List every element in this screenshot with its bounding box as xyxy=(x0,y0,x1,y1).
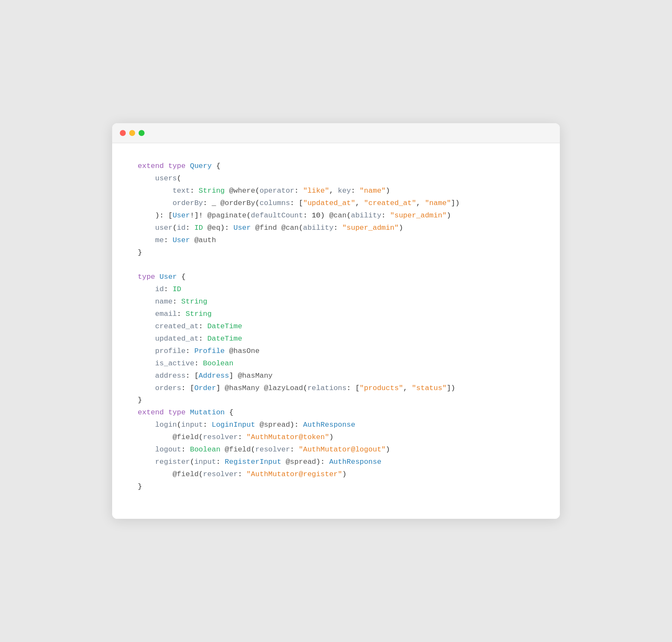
titlebar xyxy=(112,123,560,143)
code-block: extend type Query { users( text: String … xyxy=(112,143,560,518)
minimize-dot[interactable] xyxy=(129,130,135,136)
editor-window: extend type Query { users( text: String … xyxy=(112,123,560,518)
close-dot[interactable] xyxy=(120,130,126,136)
maximize-dot[interactable] xyxy=(139,130,145,136)
